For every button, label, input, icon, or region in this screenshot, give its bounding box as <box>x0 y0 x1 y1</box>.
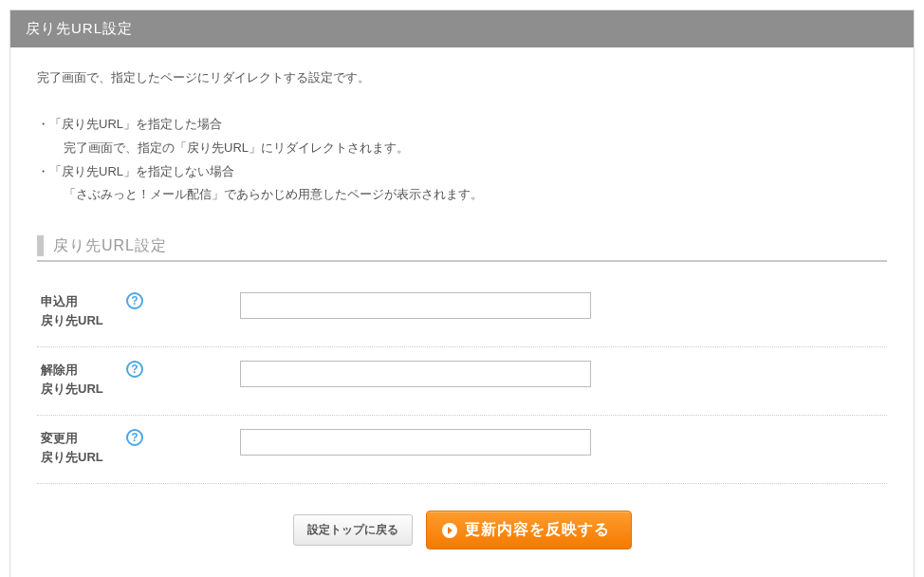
submit-button-label: 更新内容を反映する <box>465 520 610 540</box>
desc-case1-body: 完了画面で、指定の「戻り先URL」にリダイレクトされます。 <box>64 137 887 160</box>
desc-case1-title: ・「戻り先URL」を指定した場合 <box>37 113 887 137</box>
submit-button[interactable]: 更新内容を反映する <box>426 511 632 549</box>
help-icon[interactable]: ? <box>126 292 143 309</box>
desc-case2-title: ・「戻り先URL」を指定しない場合 <box>37 160 887 184</box>
section-title-bar <box>37 235 44 256</box>
panel-title: 戻り先URL設定 <box>26 20 133 36</box>
back-button[interactable]: 設定トップに戻る <box>293 514 413 546</box>
section-title-text: 戻り先URL設定 <box>53 236 167 256</box>
panel-header: 戻り先URL設定 <box>10 10 914 47</box>
label-cancel: 解除用 戻り先URL <box>41 361 126 398</box>
apply-return-url-input[interactable] <box>240 292 591 319</box>
form-row-change: 変更用 戻り先URL ? <box>37 416 887 484</box>
input-wrap-apply <box>240 292 591 319</box>
desc-line-main: 完了画面で、指定したページにリダイレクトする設定です。 <box>37 66 887 90</box>
desc-case2-body: 「さぶみっと！メール配信」であらかじめ用意したページが表示されます。 <box>64 183 887 207</box>
label-change: 変更用 戻り先URL <box>41 429 126 466</box>
section-title-wrap: 戻り先URL設定 <box>37 235 887 256</box>
input-wrap-cancel <box>240 361 591 387</box>
form-row-apply: 申込用 戻り先URL ? <box>37 279 887 347</box>
help-icon[interactable]: ? <box>126 361 143 378</box>
help-wrap-apply: ? <box>126 292 158 309</box>
label-apply: 申込用 戻り先URL <box>41 292 126 329</box>
change-return-url-input[interactable] <box>240 429 591 456</box>
section-divider <box>37 260 887 262</box>
help-icon[interactable]: ? <box>126 429 143 446</box>
form-row-cancel: 解除用 戻り先URL ? <box>37 347 887 416</box>
cancel-return-url-input[interactable] <box>240 361 591 387</box>
arrow-right-icon <box>442 523 457 538</box>
settings-panel: 戻り先URL設定 完了画面で、指定したページにリダイレクトする設定です。 ・「戻… <box>9 9 915 577</box>
button-row: 設定トップに戻る 更新内容を反映する <box>37 511 887 549</box>
input-wrap-change <box>240 429 591 456</box>
section-title: 戻り先URL設定 <box>37 235 887 256</box>
panel-body: 完了画面で、指定したページにリダイレクトする設定です。 ・「戻り先URL」を指定… <box>10 47 914 577</box>
help-wrap-change: ? <box>126 429 158 446</box>
description-block: 完了画面で、指定したページにリダイレクトする設定です。 ・「戻り先URL」を指定… <box>37 66 887 207</box>
help-wrap-cancel: ? <box>126 361 158 378</box>
